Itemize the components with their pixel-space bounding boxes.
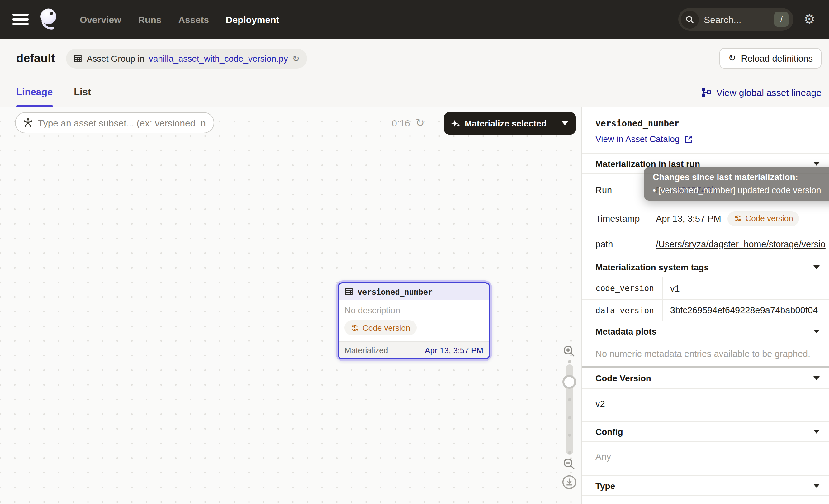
page-header: default Asset Group in vanilla_asset_wit… [0,39,829,78]
code-version-value: v1 [662,277,829,299]
lineage-graph-icon [701,87,711,97]
search-shortcut-key: / [774,12,789,27]
dagster-logo[interactable] [37,6,62,32]
search-icon [681,10,699,28]
data-version-value: 3bfc269594ef649228e9a74bab00f04 [662,300,829,321]
global-search[interactable]: / [678,8,793,31]
zoom-in-icon[interactable] [563,345,576,358]
materialize-selected-button[interactable]: Materialize selected [444,112,575,135]
zoom-slider-top-dot [568,360,571,363]
asset-group-file-link[interactable]: vanilla_asset_with_code_version.py [149,53,288,63]
top-navbar: Overview Runs Assets Deployment / ⚙ [0,0,829,39]
nav-assets[interactable]: Assets [178,14,209,25]
chip-refresh-icon[interactable]: ↻ [292,54,299,63]
table-grid-icon [74,54,82,63]
view-global-asset-lineage-link[interactable]: View global asset lineage [701,87,822,98]
asset-node-footer: Materialized Apr 13, 3:57 PM [339,341,489,358]
run-row-label: Run [582,174,648,206]
section-config[interactable]: Config [582,421,829,441]
section-type[interactable]: Type [582,475,829,495]
chevron-down-icon [814,162,820,166]
gear-icon[interactable]: ⚙ [803,13,815,26]
hamburger-menu-icon[interactable] [12,13,29,25]
download-graph-icon[interactable] [562,475,577,490]
materialized-timestamp[interactable]: Apr 13, 3:57 PM [425,346,483,355]
reload-definitions-button[interactable]: ↻ Reload definitions [719,48,822,69]
timestamp-row-value: Apr 13, 3:57 PM Code version [648,206,829,230]
metadata-plots-empty-message: No numeric metadata entries available to… [582,341,829,366]
code-version-section-value: v2 [582,388,829,421]
tab-list[interactable]: List [74,78,91,107]
path-row-label: path [582,231,648,257]
zoom-slider-tick [568,451,571,454]
code-version-row: code_version v1 [582,277,829,299]
code-version-key: code_version [582,277,662,299]
tab-bar: Lineage List View global asset lineage [0,78,829,107]
code-version-badge: Code version [727,211,799,226]
config-section-value: Any [582,441,829,475]
nav-overview[interactable]: Overview [80,14,121,25]
view-in-asset-catalog-link[interactable]: View in Asset Catalog [596,134,693,144]
materialized-status-label: Materialized [345,346,388,355]
elapsed-time: 0:16 [392,117,410,128]
code-version-changed-icon [351,324,359,332]
asset-node-body: No description Code version [339,300,489,341]
zoom-slider-tick [568,398,571,401]
asset-graph-canvas[interactable]: 0:16 ↻ Materialize selected ve [0,107,581,504]
external-link-icon [684,134,693,144]
materialize-dropdown-caret[interactable] [554,112,575,135]
chevron-down-icon [814,376,820,380]
section-materialization-system-tags[interactable]: Materialization system tags [582,257,829,277]
run-id-link[interactable]: 5268743b [676,185,716,195]
chevron-down-icon [814,265,820,269]
code-version-changed-icon [734,214,742,222]
data-version-row: data_version 3bfc269594ef649228e9a74bab0… [582,299,829,321]
sparkle-icon [451,119,460,128]
asset-subset-input[interactable] [38,117,206,128]
nav-runs[interactable]: Runs [138,14,161,25]
asset-node-versioned-number[interactable]: versioned_number No description Code ver… [336,280,492,361]
asset-subset-icon [23,118,33,128]
section-materialization-in-last-run[interactable]: Materialization in last run [582,153,829,173]
asset-node-header: versioned_number [339,284,489,300]
tab-lineage[interactable]: Lineage [16,78,52,107]
nav-deployment[interactable]: Deployment [226,14,279,25]
chevron-down-icon [814,484,820,488]
path-row: path /Users/sryza/dagster_home/storage/v… [582,230,829,257]
section-metadata-plots[interactable]: Metadata plots [582,321,829,341]
asset-node-name: versioned_number [358,287,433,296]
reload-icon: ↻ [728,53,736,63]
chevron-down-icon [814,329,820,333]
code-version-badge: Code version [345,320,417,335]
timestamp-row-label: Timestamp [582,206,648,230]
zoom-slider-tick [568,416,571,419]
zoom-out-icon[interactable] [563,457,576,471]
refresh-timer: 0:16 ↻ [392,112,425,133]
timestamp-row: Timestamp Apr 13, 3:57 PM Code version [582,206,829,230]
dagster-app: Overview Runs Assets Deployment / ⚙ defa… [0,0,829,504]
panel-asset-header: versioned_number View in Asset Catalog [582,107,829,153]
run-row-value: Run 5268743b [648,174,829,206]
table-grid-icon [345,287,353,296]
path-link[interactable]: /Users/sryza/dagster_home/storage/versio [656,239,826,249]
asset-detail-panel: versioned_number View in Asset Catalog M… [581,107,829,504]
zoom-slider-handle[interactable] [563,375,576,389]
asset-subset-filter[interactable] [15,112,214,133]
search-input[interactable] [704,14,769,25]
page-title: default [16,51,55,65]
asset-group-chip: Asset Group in vanilla_asset_with_code_v… [66,48,307,68]
chevron-down-icon [814,430,820,433]
main-nav: Overview Runs Assets Deployment [80,14,279,25]
run-row: Run Run 5268743b [582,173,829,206]
asset-node-description: No description [345,305,483,315]
asset-group-chip-text: Asset Group in [87,53,144,63]
graph-refresh-icon[interactable]: ↻ [416,117,425,128]
panel-asset-name: versioned_number [596,118,829,128]
data-version-key: data_version [582,300,662,321]
section-code-version[interactable]: Code Version [582,368,829,388]
panel-bottom-divider [582,495,829,504]
zoom-slider-tick [568,434,571,437]
